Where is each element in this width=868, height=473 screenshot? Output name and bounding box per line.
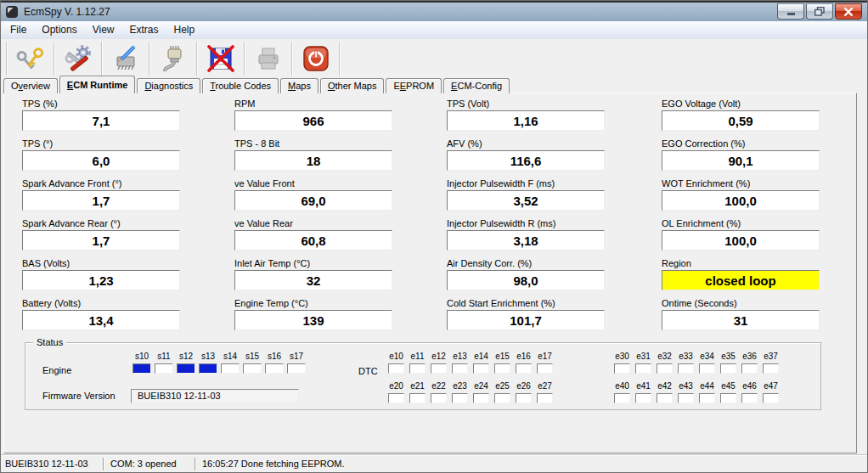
tab[interactable]: EEPROM bbox=[386, 78, 442, 93]
menu-item[interactable]: Extras bbox=[122, 22, 166, 37]
dtc-bit: e26 bbox=[513, 381, 534, 403]
tab-strip: Overview ECM Runtime Diagnostics Trouble… bbox=[3, 76, 857, 93]
runtime-field: Spark Advance Front (°) 1,7 bbox=[22, 177, 180, 211]
runtime-field: Cold Start Enrichment (%) 101,7 bbox=[447, 297, 605, 330]
print-button-disabled[interactable] bbox=[247, 41, 290, 76]
bit-indicator bbox=[678, 393, 694, 403]
runtime-field: ve Value Rear 60,8 bbox=[234, 217, 392, 251]
bit-label: e25 bbox=[492, 381, 513, 391]
bit-label: e34 bbox=[696, 352, 718, 362]
keys-icon bbox=[15, 43, 46, 74]
tab[interactable]: Overview bbox=[3, 78, 58, 93]
field-value: 139 bbox=[234, 310, 392, 330]
field-value: 966 bbox=[234, 110, 392, 131]
runtime-field: Air Density Corr. (%) 98,0 bbox=[447, 257, 605, 290]
close-button[interactable] bbox=[835, 3, 862, 20]
dtc-bit: e32 bbox=[654, 352, 675, 374]
toolbar-separator bbox=[54, 42, 55, 76]
runtime-field: Injector Pulsewidth F (ms) 3,52 bbox=[447, 177, 605, 211]
dtc-bit: e13 bbox=[449, 352, 471, 374]
toolbar bbox=[1, 39, 867, 78]
bit-indicator bbox=[221, 363, 240, 374]
bit-indicator bbox=[741, 393, 758, 403]
field-column-3: TPS (Volt) 1,16 AFV (%) 116,6 Injector P… bbox=[447, 98, 605, 337]
field-label: Cold Start Enrichment (%) bbox=[447, 297, 605, 310]
engine-status-bit: s13 bbox=[197, 352, 219, 374]
tab[interactable]: Trouble Codes bbox=[202, 78, 279, 93]
bit-indicator bbox=[657, 393, 673, 403]
dtc-bit: e44 bbox=[696, 381, 718, 403]
dtc-label: DTC bbox=[358, 366, 378, 376]
field-column-2: RPM 966 TPS - 8 Bit 18 ve Value Front 69… bbox=[234, 98, 392, 337]
bit-label: e11 bbox=[407, 352, 428, 362]
field-label: Battery (Volts) bbox=[22, 297, 180, 310]
runtime-field: BAS (Volts) 1,23 bbox=[22, 257, 180, 290]
field-value: 3,18 bbox=[447, 230, 605, 251]
dtc-bits-e30: e30 e31 e32 e33 bbox=[612, 352, 781, 374]
dtc-bit: e35 bbox=[718, 352, 739, 374]
dtc-bits-e10: e10 e11 e12 e13 bbox=[386, 352, 555, 374]
dtc-bit: e36 bbox=[739, 352, 760, 374]
dtc-bit: e11 bbox=[407, 352, 428, 374]
printer-icon bbox=[253, 43, 284, 74]
tab[interactable]: Other Maps bbox=[320, 78, 384, 93]
dtc-bit: e12 bbox=[428, 352, 449, 374]
field-label: Ontime (Seconds) bbox=[662, 297, 820, 310]
bit-indicator bbox=[199, 363, 217, 374]
dtc-bit: e15 bbox=[492, 352, 513, 374]
power-exit-button[interactable] bbox=[295, 41, 337, 76]
dtc-bit: e25 bbox=[492, 381, 513, 403]
bit-label: e45 bbox=[718, 381, 739, 391]
bit-indicator bbox=[741, 363, 758, 374]
dtc-bit: e30 bbox=[612, 352, 633, 374]
field-label: ve Value Front bbox=[234, 177, 392, 190]
bit-label: e30 bbox=[612, 352, 633, 362]
minimize-button[interactable] bbox=[777, 3, 804, 20]
tab[interactable]: Diagnostics bbox=[137, 78, 200, 93]
chip-flash-button[interactable] bbox=[104, 41, 147, 76]
bit-indicator bbox=[678, 363, 694, 374]
dtc-bit: e34 bbox=[696, 352, 718, 374]
tab[interactable]: ECM-Config bbox=[443, 78, 510, 93]
connector-button[interactable] bbox=[152, 41, 194, 76]
statusbar-message-panel: 16:05:27 Done fetching EEPROM. bbox=[198, 459, 867, 469]
close-icon bbox=[843, 8, 854, 16]
bit-label: e20 bbox=[386, 381, 407, 391]
menu-item[interactable]: File bbox=[3, 22, 34, 37]
bit-indicator bbox=[763, 393, 779, 403]
menu-item[interactable]: Options bbox=[34, 22, 84, 37]
bit-label: e22 bbox=[428, 381, 449, 391]
menu-item[interactable]: Help bbox=[166, 22, 203, 37]
bit-indicator bbox=[614, 393, 630, 403]
field-value: 6,0 bbox=[22, 150, 180, 171]
statusbar-com-panel: COM: 3 opened bbox=[106, 459, 193, 469]
dtc-bit: e23 bbox=[449, 381, 471, 403]
title-bar: EcmSpy V. 1.12.27 bbox=[1, 1, 867, 21]
tools-settings-button[interactable] bbox=[57, 41, 99, 76]
field-value: closed loop bbox=[662, 270, 820, 290]
field-label: TPS (°) bbox=[22, 138, 180, 150]
field-value: 69,0 bbox=[234, 190, 392, 211]
bit-indicator bbox=[473, 363, 489, 374]
restore-button[interactable] bbox=[806, 3, 833, 20]
tab[interactable]: ECM Runtime bbox=[59, 76, 136, 93]
bit-label: e15 bbox=[492, 352, 513, 362]
runtime-field: Battery (Volts) 13,4 bbox=[22, 297, 180, 330]
keys-login-button[interactable] bbox=[9, 41, 52, 76]
bit-label: e24 bbox=[471, 381, 492, 391]
app-icon bbox=[5, 5, 19, 19]
tab-label-pre: E bbox=[393, 81, 399, 91]
dtc-bit: e45 bbox=[718, 381, 739, 403]
bit-label: e31 bbox=[633, 352, 654, 362]
menu-item[interactable]: View bbox=[85, 22, 122, 37]
bit-label: e14 bbox=[471, 352, 492, 362]
dtc-bit: e21 bbox=[407, 381, 428, 403]
minimize-icon bbox=[786, 8, 796, 15]
save-cancel-button[interactable] bbox=[200, 41, 242, 76]
bit-indicator bbox=[473, 393, 489, 403]
field-label: TPS - 8 Bit bbox=[234, 138, 392, 150]
runtime-field: WOT Enrichment (%) 100,0 bbox=[662, 177, 820, 211]
bit-indicator bbox=[635, 393, 651, 403]
tab[interactable]: Maps bbox=[280, 78, 318, 93]
field-label: Injector Pulsewidth R (ms) bbox=[447, 217, 605, 230]
